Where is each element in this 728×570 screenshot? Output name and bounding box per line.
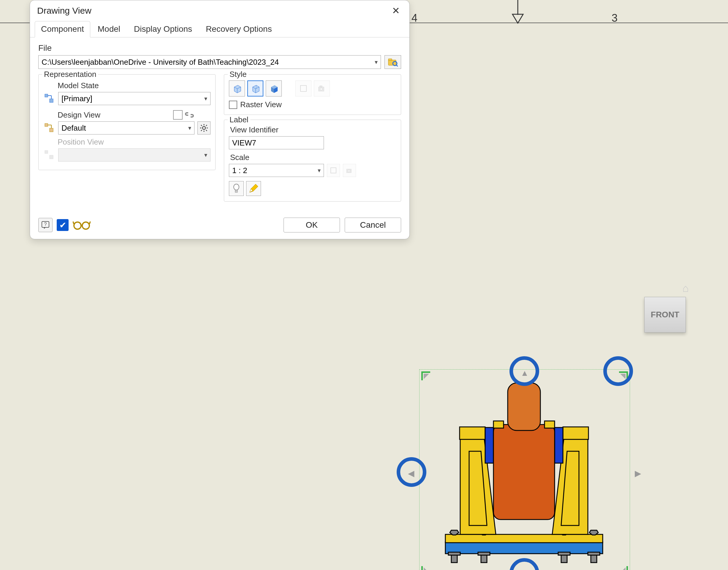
style-render-button xyxy=(314,80,330,96)
gear-icon xyxy=(200,124,208,132)
view-cube-face[interactable]: FRONT xyxy=(644,297,686,332)
view-cube[interactable]: ⌂ FRONT xyxy=(644,297,686,338)
svg-point-14 xyxy=(203,126,206,129)
design-view-associative-checkbox[interactable] xyxy=(173,110,183,120)
style-hidden-line-button[interactable] xyxy=(229,80,245,96)
help-icon: ? xyxy=(41,221,50,230)
svg-rect-23 xyxy=(45,151,48,154)
svg-marker-81 xyxy=(620,374,626,379)
datum-arrow-icon xyxy=(509,0,527,25)
style-hidden-removed-button[interactable] xyxy=(247,80,263,96)
chevron-down-icon: ▾ xyxy=(318,167,321,174)
svg-point-50 xyxy=(82,222,89,229)
model-state-value: [Primary] xyxy=(61,94,92,103)
cancel-button[interactable]: Cancel xyxy=(345,218,401,233)
raster-view-checkbox[interactable] xyxy=(229,101,237,109)
corner-bracket-icon xyxy=(616,371,628,383)
svg-marker-80 xyxy=(424,374,429,379)
view-identifier-input[interactable] xyxy=(229,136,324,149)
glasses-icon xyxy=(73,219,90,231)
home-icon[interactable]: ⌂ xyxy=(682,282,689,294)
tab-display-options[interactable]: Display Options xyxy=(128,21,198,37)
project-top-button[interactable]: ▲ xyxy=(520,368,529,378)
view-selection-box[interactable]: ▲ ▼ ◀ ▶ xyxy=(419,369,630,570)
svg-line-5 xyxy=(396,65,398,66)
svg-point-41 xyxy=(348,170,350,172)
svg-marker-29 xyxy=(253,85,259,93)
svg-line-22 xyxy=(201,130,202,131)
representation-title: Representation xyxy=(42,70,98,79)
style-group: Style xyxy=(224,74,401,115)
ruler-number-3: 3 xyxy=(612,12,618,24)
preview-toggle-checkbox[interactable]: ✔ xyxy=(57,219,68,231)
chevron-down-icon: ▾ xyxy=(188,124,191,131)
scale-render-button xyxy=(343,164,356,177)
dialog-tabs: Component Model Display Options Recovery… xyxy=(30,20,410,37)
svg-line-21 xyxy=(206,125,207,126)
svg-text:?: ? xyxy=(44,222,47,227)
cube-visible-icon xyxy=(250,83,260,93)
cube-hidden-icon xyxy=(232,83,242,93)
chevron-down-icon: ▾ xyxy=(375,58,378,66)
raster-view-label: Raster View xyxy=(240,100,282,109)
file-path-dropdown[interactable]: C:\Users\leenjabban\OneDrive - Universit… xyxy=(38,55,381,69)
tab-recovery-options[interactable]: Recovery Options xyxy=(200,21,278,37)
svg-rect-3 xyxy=(388,59,392,60)
style-shaded-button[interactable] xyxy=(266,80,282,96)
cube-shaded-icon xyxy=(269,83,279,93)
view-identifier-label: View Identifier xyxy=(230,125,396,134)
svg-marker-25 xyxy=(234,85,241,93)
dialog-titlebar[interactable]: Drawing View ✕ xyxy=(30,0,410,20)
corner-bracket-icon xyxy=(421,563,433,570)
model-state-icon xyxy=(43,93,55,104)
scale-value: 1 : 2 xyxy=(232,166,247,175)
svg-rect-39 xyxy=(320,86,322,87)
browse-file-button[interactable] xyxy=(385,55,401,69)
label-group: Label View Identifier Scale 1 : 2 ▾ xyxy=(224,120,401,202)
design-view-value: Default xyxy=(61,123,86,133)
close-icon[interactable]: ✕ xyxy=(388,4,404,17)
link-icon xyxy=(185,110,194,119)
camera-icon xyxy=(345,167,353,174)
svg-rect-11 xyxy=(50,128,53,132)
ok-button[interactable]: OK xyxy=(283,218,340,233)
svg-rect-2 xyxy=(388,60,396,65)
svg-point-42 xyxy=(234,184,239,190)
tab-model[interactable]: Model xyxy=(91,21,127,37)
svg-marker-83 xyxy=(620,567,626,570)
svg-rect-10 xyxy=(45,123,48,126)
drawing-view-dialog: Drawing View ✕ Component Model Display O… xyxy=(30,0,410,239)
help-button[interactable]: ? xyxy=(38,218,52,232)
representation-group: Representation Model State [Primary] ▾ D… xyxy=(38,74,216,170)
svg-rect-24 xyxy=(50,155,53,159)
project-bottom-button[interactable]: ▼ xyxy=(520,569,529,570)
chevron-down-icon: ▾ xyxy=(204,95,207,102)
tab-component[interactable]: Component xyxy=(35,21,90,37)
file-label: File xyxy=(38,43,401,53)
edit-view-label-button[interactable] xyxy=(246,181,261,196)
position-view-label: Position View xyxy=(58,137,211,147)
pencil-icon xyxy=(248,184,259,194)
label-title: Label xyxy=(228,115,250,124)
style-title: Style xyxy=(228,70,248,79)
position-view-dropdown: ▾ xyxy=(58,149,211,162)
project-right-button[interactable]: ▶ xyxy=(633,469,643,478)
svg-point-49 xyxy=(74,222,81,229)
svg-rect-7 xyxy=(50,99,53,102)
scale-label: Scale xyxy=(230,153,396,162)
design-view-settings-button[interactable] xyxy=(198,121,211,134)
design-view-label: Design View xyxy=(58,110,100,120)
toggle-label-visibility-button[interactable] xyxy=(229,181,244,196)
svg-rect-6 xyxy=(45,94,48,97)
scale-dropdown[interactable]: 1 : 2 ▾ xyxy=(229,164,324,177)
svg-line-20 xyxy=(206,130,207,131)
model-state-dropdown[interactable]: [Primary] ▾ xyxy=(58,92,211,105)
camera-icon xyxy=(317,84,326,93)
design-view-dropdown[interactable]: Default ▾ xyxy=(58,121,195,134)
model-state-label: Model State xyxy=(58,81,211,90)
svg-marker-1 xyxy=(512,14,523,23)
project-left-button[interactable]: ◀ xyxy=(407,469,416,478)
ruler-number-4: 4 xyxy=(412,12,418,24)
svg-marker-82 xyxy=(424,567,429,570)
position-view-icon xyxy=(43,149,55,161)
